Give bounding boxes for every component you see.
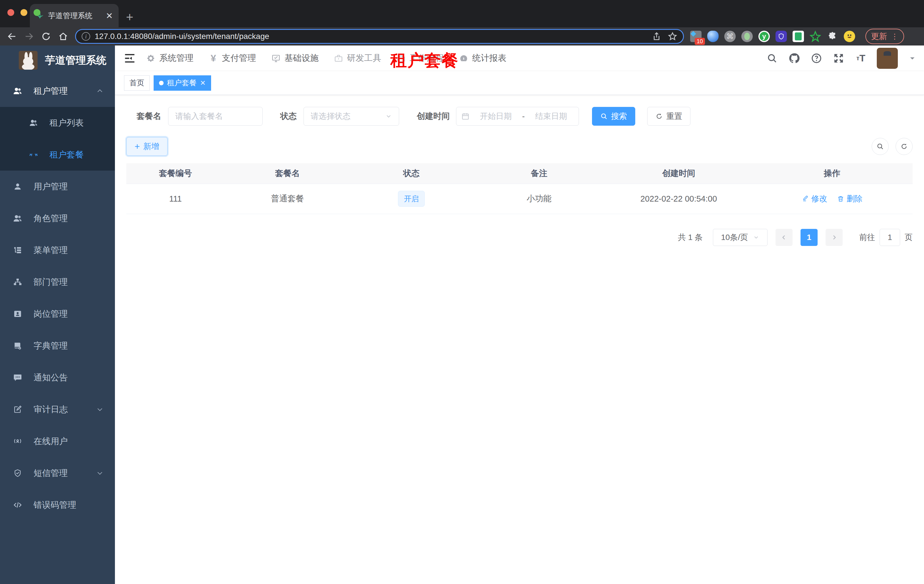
profile-avatar-icon[interactable] <box>844 31 855 42</box>
col-actions: 操作 <box>751 163 912 184</box>
tab-title: 芋道管理系统 <box>48 11 102 21</box>
col-package-name: 套餐名 <box>225 163 350 184</box>
calendar-icon <box>462 112 469 120</box>
url-bar[interactable]: i 127.0.0.1:48080/admin-ui/system/tenant… <box>75 29 684 44</box>
page-size-select[interactable]: 10条/页 <box>713 229 767 246</box>
org-tree-icon <box>13 277 23 287</box>
tag-close-icon[interactable]: ✕ <box>200 79 206 87</box>
new-tab-button[interactable]: + <box>126 11 134 23</box>
reset-button[interactable]: 重置 <box>647 107 690 126</box>
page-number-1[interactable]: 1 <box>800 229 818 246</box>
sidebar-item-tenant-list[interactable]: 租户列表 <box>0 107 115 139</box>
help-icon[interactable] <box>810 52 823 64</box>
sidebar-item-dict-management[interactable]: 字典管理 <box>0 330 115 362</box>
table-toolbar: + 新增 <box>126 137 912 156</box>
sidebar-item-tenant-package[interactable]: 租户套餐 <box>0 139 115 171</box>
bookmark-star-icon[interactable] <box>668 31 677 41</box>
search-icon[interactable] <box>766 52 778 64</box>
sidebar-item-notice[interactable]: 通知公告 <box>0 362 115 393</box>
add-button[interactable]: + 新增 <box>126 137 168 156</box>
back-icon[interactable] <box>5 29 19 44</box>
toolbox-icon <box>333 53 344 63</box>
tag-tenant-package[interactable]: 租户套餐 ✕ <box>153 75 211 91</box>
active-dot <box>159 81 163 85</box>
refresh-icon[interactable] <box>896 138 912 155</box>
minimize-window-button[interactable] <box>20 9 27 16</box>
tenant-submenu: 租户列表 租户套餐 <box>0 107 115 171</box>
sidebar-item-tenant-management[interactable]: 租户管理 <box>0 75 115 107</box>
window-controls[interactable] <box>7 9 40 16</box>
search-button[interactable]: 搜索 <box>592 107 635 126</box>
browser-menu-icon[interactable]: ⋮ <box>891 32 898 41</box>
forward-icon[interactable] <box>21 29 36 44</box>
browser-update-button[interactable]: 更新 ⋮ <box>865 29 904 44</box>
extension-command-icon[interactable]: ⌘ <box>724 31 736 42</box>
date-range-picker[interactable]: 开始日期 - 结束日期 <box>456 107 579 126</box>
app-logo[interactable]: 芋道管理系统 <box>0 46 115 75</box>
sidebar-item-sms-management[interactable]: 短信管理 <box>0 457 115 489</box>
col-created-at: 创建时间 <box>606 163 751 184</box>
reload-icon[interactable] <box>39 29 53 44</box>
extension-tag-manager-icon[interactable]: 10 <box>690 31 701 42</box>
cell-package-name: 普通套餐 <box>225 184 350 214</box>
select-caret-icon <box>753 234 759 240</box>
cell-actions: 修改 删除 <box>751 184 912 214</box>
extension-star-icon[interactable] <box>810 31 821 42</box>
nav-payment-management[interactable]: ¥ 支付管理 <box>208 52 256 64</box>
sidebar-collapse-icon[interactable] <box>124 52 136 64</box>
extension-flag-icon[interactable] <box>792 31 804 42</box>
user-menu-caret-icon[interactable] <box>909 54 916 62</box>
nav-system-management[interactable]: 系统管理 <box>146 52 193 64</box>
url-text[interactable]: 127.0.0.1:48080/admin-ui/system/tenant/p… <box>95 32 647 41</box>
close-window-button[interactable] <box>7 9 14 16</box>
shield-check-icon <box>13 468 23 478</box>
extension-gem-icon[interactable] <box>707 31 719 42</box>
nav-statistics[interactable]: 统计报表 <box>459 52 507 64</box>
github-icon[interactable] <box>788 52 800 64</box>
maximize-window-button[interactable] <box>33 9 40 16</box>
font-size-icon[interactable]: тT <box>855 52 867 64</box>
extension-shield-icon[interactable] <box>776 31 787 42</box>
goto-page-input[interactable] <box>879 229 900 246</box>
filter-form: 套餐名 状态 请选择状态 创建时间 开始日期 - <box>137 107 912 126</box>
sidebar-item-audit-log[interactable]: 审计日志 <box>0 393 115 425</box>
start-date-placeholder[interactable]: 开始日期 <box>474 111 518 122</box>
nav-infrastructure[interactable]: 基础设施 <box>271 52 318 64</box>
nav-dev-tools[interactable]: 研发工具 <box>333 52 381 64</box>
hide-search-icon[interactable] <box>872 138 889 155</box>
next-page-button[interactable] <box>825 229 843 246</box>
extensions-puzzle-icon[interactable] <box>827 31 838 42</box>
sidebar-item-post-management[interactable]: 岗位管理 <box>0 298 115 330</box>
package-name-input[interactable] <box>168 107 262 126</box>
monitor-icon <box>271 53 281 63</box>
extension-y-icon[interactable]: y <box>759 31 770 42</box>
users-icon <box>28 118 39 128</box>
extension-green-dot-icon[interactable] <box>741 31 753 42</box>
tab-close-icon[interactable]: ✕ <box>106 11 113 21</box>
badge-icon <box>13 309 23 319</box>
user-avatar[interactable] <box>877 48 898 69</box>
extension-badge: 10 <box>695 38 705 45</box>
nav-workflow[interactable]: 工作流程 <box>396 52 444 64</box>
gear-icon <box>146 53 156 63</box>
prev-page-button[interactable] <box>776 229 792 246</box>
share-icon[interactable] <box>652 31 662 41</box>
sidebar-item-user-management[interactable]: 用户管理 <box>0 171 115 202</box>
sidebar-item-menu-management[interactable]: 菜单管理 <box>0 234 115 266</box>
end-date-placeholder[interactable]: 结束日期 <box>529 111 574 122</box>
create-time-label: 创建时间 <box>417 110 450 122</box>
sidebar-item-role-management[interactable]: 角色管理 <box>0 202 115 234</box>
browser-tab[interactable]: 芋道管理系统 ✕ <box>30 4 119 27</box>
home-icon[interactable] <box>56 29 71 44</box>
status-select[interactable]: 请选择状态 <box>304 107 399 126</box>
sidebar-item-error-code[interactable]: 错误码管理 <box>0 489 115 521</box>
fullscreen-icon[interactable] <box>832 52 845 64</box>
site-info-icon[interactable]: i <box>82 32 90 41</box>
sidebar-item-department-management[interactable]: 部门管理 <box>0 266 115 298</box>
sidebar-item-online-users[interactable]: 在线用户 <box>0 425 115 457</box>
delete-link[interactable]: 删除 <box>837 193 863 204</box>
edit-link[interactable]: 修改 <box>802 193 827 204</box>
header-actions: тT <box>766 48 916 69</box>
tag-home[interactable]: 首页 <box>124 75 150 91</box>
code-icon <box>13 500 23 510</box>
